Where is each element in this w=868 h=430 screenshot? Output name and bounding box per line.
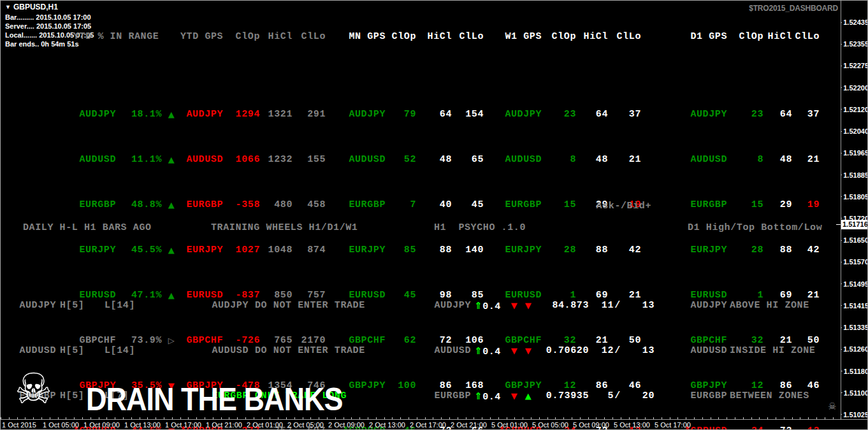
- section-header: MN GPSClOpHiClClLo: [343, 31, 484, 43]
- time-label: 1 Oct 2015: [1, 420, 41, 430]
- pair-cell: AUDJPY: [73, 108, 116, 121]
- price-tick-label: 1.51650: [841, 236, 868, 244]
- section-header: H1 PSYCHO .1.0Ask-/Bid+: [428, 222, 653, 234]
- direction-arrows-cell: ▼▲: [507, 390, 539, 403]
- cllo-cell: 21: [792, 154, 820, 166]
- table-row: AUDJPY⇑0.4▼▼84.87311/13: [428, 299, 653, 312]
- section-header: YTD % IN RANGE: [73, 31, 181, 43]
- low-bars-ago-cell: L[14]: [105, 345, 135, 357]
- table-row: EURGBP⇑0.4▼▲0.739355/20: [428, 390, 653, 403]
- time-label: 2 Oct 21:00: [449, 420, 490, 430]
- price-scale[interactable]: 1.52435 1.52355 1.52275 1.52200 1.52120 …: [841, 18, 868, 419]
- hicl-cell: 48: [576, 154, 608, 166]
- time-label: 1 Oct 21:00: [205, 420, 245, 430]
- table-row: AUDUSDINSIDE HI ZONE: [684, 345, 822, 357]
- time-label: 5 Oct 09:00: [572, 420, 612, 430]
- momentum-cell: ⇑0.4: [471, 390, 507, 404]
- pair-cell: AUDUSD: [206, 345, 249, 357]
- symbol-period-label: GBPUSD,H1: [13, 3, 58, 11]
- high-bars-ago-cell: H[5]: [56, 345, 105, 357]
- hicl-cell: 64: [416, 108, 452, 121]
- current-price-badge: 1.51716: [841, 220, 868, 229]
- clop-cell: 52: [386, 154, 416, 166]
- time-label: 1 Oct 05:00: [41, 420, 82, 430]
- pair-cell: AUDJPY: [206, 299, 249, 312]
- zone-cell: BETWEEN ZONES: [727, 390, 809, 403]
- chevron-arrow-icon: ▼: [521, 299, 535, 312]
- section-header: YTD GPSClOpHiClClLo: [180, 31, 326, 43]
- chevron-arrow-icon: ▼: [507, 299, 521, 312]
- table-row: AUDJPYDO NOT ENTER TRADE: [206, 299, 365, 312]
- psycho-table: H1 PSYCHO .1.0Ask-/Bid+ AUDJPY⇑0.4▼▼84.8…: [428, 200, 653, 430]
- askbid-separator: /: [614, 345, 621, 357]
- price-tick-label: 1.51885: [841, 171, 868, 179]
- direction-arrows-cell: ▼▼: [507, 299, 539, 313]
- section-header: D1 High/Top Bottom/Low: [688, 222, 822, 234]
- price-tick-label: 1.51100: [841, 389, 868, 397]
- price-tick-label: 1.51495: [841, 280, 868, 288]
- hicl-cell: 48: [763, 154, 792, 166]
- time-label: 1 Oct 17:00: [164, 420, 205, 430]
- clop-cell: 8: [727, 154, 763, 166]
- pair-cell: EURGBP: [428, 390, 471, 403]
- trend-arrow-icon: ▲: [162, 199, 181, 211]
- price-tick-label: 1.52355: [841, 40, 868, 48]
- cllo-cell: 154: [452, 108, 484, 121]
- psycho-rows: AUDJPY⇑0.4▼▼84.87311/13 AUDUSD⇑0.4▼▼0.70…: [428, 256, 653, 430]
- clop-cell: 23: [542, 108, 576, 121]
- time-label: 1 Oct 09:00: [82, 420, 123, 430]
- clop-cell: 62: [386, 334, 416, 347]
- percent-cell: 11.1%: [116, 154, 162, 166]
- momentum-cell: ⇑0.4: [471, 299, 507, 313]
- pair-cell: AUDUSD: [13, 345, 56, 357]
- terminal-window: ▼GBPUSD,H1 Bar......... 2015.10.05 17:00…: [0, 0, 868, 430]
- bid-cell: 13: [621, 299, 655, 312]
- pair-cell: AUDJPY: [684, 299, 727, 312]
- pair-cell: AUDUSD: [684, 345, 727, 357]
- pair-cell: AUDJPY: [343, 108, 386, 121]
- table-row: AUDUSD11.1%▲: [73, 154, 181, 166]
- bid-cell: 13: [621, 345, 655, 357]
- askbid-header: Ask-/Bid+: [597, 200, 651, 213]
- chevron-arrow-icon: ▼: [507, 345, 521, 357]
- hicl-cell: 1321: [260, 108, 293, 121]
- momentum-cell: ⇑0.4: [471, 345, 507, 359]
- clop-cell: 45: [386, 289, 416, 302]
- ask-cell: 12: [589, 345, 614, 357]
- zone-cell: INSIDE HI ZONE: [727, 345, 815, 357]
- psycho-value: 0.4: [482, 392, 501, 403]
- table-row: AUDJPY12941321291: [180, 108, 326, 121]
- hicl-cell: 64: [763, 108, 792, 121]
- time-label: 2 Oct 13:00: [368, 420, 409, 430]
- hicl-cell: 1232: [260, 154, 293, 166]
- clop-cell: 8: [542, 154, 576, 166]
- cllo-cell: 37: [608, 108, 641, 121]
- psycho-value: 0.4: [482, 347, 501, 357]
- price-tick-label: 1.51025: [841, 411, 868, 419]
- d1-zones-rows: AUDJPYABOVE HI ZONE AUDUSDINSIDE HI ZONE…: [684, 256, 822, 430]
- block-arrow-icon: ⇑: [474, 345, 482, 357]
- pair-cell: AUDUSD: [684, 154, 727, 166]
- trend-arrow-icon: ▲: [162, 154, 181, 166]
- chevron-arrow-icon: ▼: [521, 345, 535, 357]
- table-row: AUDUSD10661232155: [180, 154, 326, 166]
- price-tick-label: 1.51260: [841, 345, 868, 353]
- pair-cell: EURGBP: [684, 390, 727, 403]
- section-header: DAILY H-L H1 BARS AGO: [23, 222, 152, 234]
- time-label: 5 Oct 17:00: [653, 420, 694, 430]
- direction-arrows-cell: ▼▼: [507, 345, 539, 358]
- table-row: AUDUSDH[5]L[14]: [13, 345, 152, 357]
- table-row: AUDJPY18.1%▲: [73, 108, 181, 121]
- collapse-triangle-icon[interactable]: ▼: [5, 4, 11, 10]
- price-tick-label: 1.52200: [841, 84, 868, 92]
- table-row: AUDUSD⇑0.4▼▼0.7062012/13: [428, 345, 653, 357]
- clop-cell: 1066: [223, 154, 260, 166]
- pair-cell: AUDUSD: [180, 154, 223, 166]
- price-cell: 84.873: [539, 299, 589, 312]
- time-axis[interactable]: 1 Oct 2015 1 Oct 05:00 1 Oct 09:00 1 Oct…: [1, 420, 868, 430]
- table-row: AUDJPY7964154: [343, 108, 484, 121]
- pair-cell: AUDUSD: [499, 154, 542, 166]
- zone-cell: ABOVE HI ZONE: [727, 299, 809, 312]
- hicl-cell: 64: [576, 108, 608, 121]
- clop-cell: 23: [727, 108, 763, 121]
